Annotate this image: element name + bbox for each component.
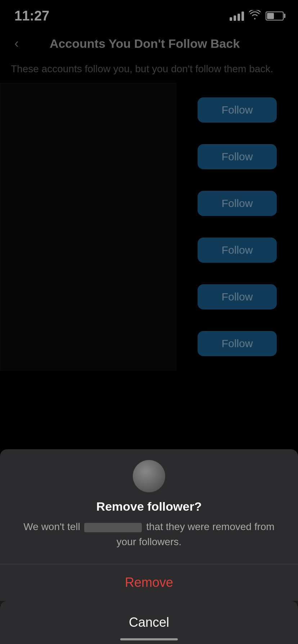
- remove-button[interactable]: Remove: [0, 564, 298, 601]
- follow-btn-wrapper-1: Follow: [184, 87, 291, 133]
- follow-btn-wrapper-4: Follow: [184, 227, 291, 273]
- page-title: Accounts You Don't Follow Back: [22, 37, 267, 51]
- sheet-title: Remove follower?: [0, 500, 298, 519]
- follow-btn-wrapper-6: Follow: [184, 320, 291, 367]
- accounts-left-panel: [0, 83, 176, 371]
- signal-icon: [230, 11, 244, 21]
- follow-btn-wrapper-2: Follow: [184, 133, 291, 180]
- redacted-username: [84, 523, 142, 532]
- status-time: 11:27: [14, 8, 49, 24]
- wifi-icon: [249, 10, 261, 22]
- follow-btn-wrapper-5: Follow: [184, 273, 291, 320]
- sheet-avatar-area: [0, 449, 298, 500]
- subtitle-text: These accounts follow you, but you don't…: [0, 62, 298, 83]
- follow-button-5[interactable]: Follow: [198, 284, 277, 309]
- status-icons: [230, 10, 284, 22]
- battery-icon: [266, 12, 284, 20]
- back-button[interactable]: ‹: [11, 32, 22, 55]
- cancel-sheet: Cancel: [0, 601, 298, 644]
- sheet-body-text-before: We won't tell: [23, 521, 80, 532]
- follow-button-4[interactable]: Follow: [198, 238, 277, 263]
- cancel-button[interactable]: Cancel: [0, 604, 298, 641]
- home-indicator: [120, 638, 178, 640]
- follow-button-1[interactable]: Follow: [198, 97, 277, 123]
- follow-button-3[interactable]: Follow: [198, 191, 277, 216]
- follow-button-2[interactable]: Follow: [198, 144, 277, 169]
- sheet-body: We won't tell that they were removed fro…: [0, 519, 298, 564]
- status-bar: 11:27: [0, 0, 298, 29]
- follow-buttons-panel: Follow Follow Follow Follow Follow Follo…: [176, 83, 298, 371]
- remove-follower-sheet: Remove follower? We won't tell that they…: [0, 449, 298, 601]
- main-content: Follow Follow Follow Follow Follow Follo…: [0, 83, 298, 371]
- header: ‹ Accounts You Don't Follow Back: [0, 29, 298, 62]
- sheet-user-avatar: [133, 460, 165, 492]
- follow-btn-wrapper-3: Follow: [184, 180, 291, 227]
- follow-button-6[interactable]: Follow: [198, 331, 277, 356]
